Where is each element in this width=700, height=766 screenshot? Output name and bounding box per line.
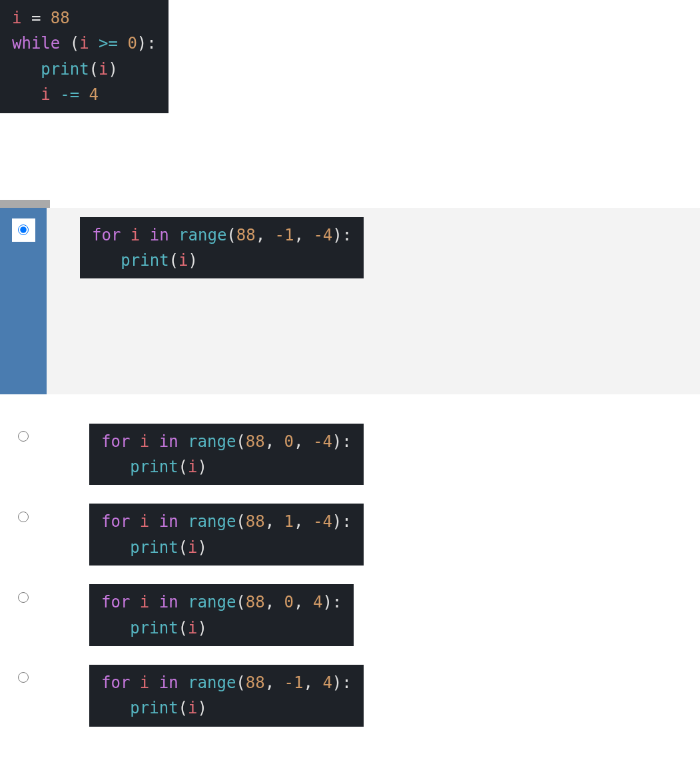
code-token: while — [12, 34, 60, 53]
code-token: -= — [51, 85, 89, 104]
code-token: 1 — [284, 512, 294, 531]
radio-cell — [0, 494, 47, 575]
code-token: ( — [236, 593, 245, 611]
code-token: in — [159, 432, 178, 451]
code-token: ( — [70, 34, 79, 53]
code-token: ) — [198, 458, 207, 476]
code-token: i — [79, 34, 89, 53]
option-code-block: for i in range(88, -1, -4): print(i) — [80, 217, 364, 279]
code-token: i — [41, 85, 50, 104]
code-token: 0 — [127, 34, 137, 53]
option-content: for i in range(88, 0, 4): print(i) — [80, 575, 700, 655]
question-code-block: i = 88 while (i >= 0): print(i) i -= 4 — [0, 0, 169, 113]
option-code-block: for i in range(88, 1, -4): print(i) — [89, 504, 364, 566]
code-token: ( — [178, 619, 188, 637]
code-token: 88 — [246, 512, 265, 531]
code-token: for — [101, 593, 130, 611]
radio-wrap — [12, 218, 35, 242]
code-token: 4 — [322, 673, 332, 692]
code-token — [12, 85, 41, 104]
code-token: , — [304, 673, 323, 692]
code-token: i — [188, 458, 197, 476]
code-token: ): — [332, 512, 352, 531]
code-token: , — [294, 512, 313, 531]
code-token: , — [294, 593, 313, 611]
code-token: 88 — [246, 593, 265, 611]
radio-wrap — [12, 425, 35, 448]
code-token: ) — [198, 699, 207, 717]
code-token: print — [130, 458, 178, 476]
radio-option-1[interactable] — [18, 224, 29, 235]
code-token: ) — [109, 60, 118, 79]
code-token: i — [99, 60, 108, 79]
radio-wrap — [12, 505, 35, 528]
code-token: , — [265, 432, 284, 451]
option-row-3: for i in range(88, 1, -4): print(i) — [0, 494, 700, 575]
code-token: , — [294, 432, 313, 451]
code-token: ): — [332, 226, 352, 244]
code-token: in — [159, 593, 178, 611]
code-token: range — [188, 593, 236, 611]
code-token: >= — [89, 34, 128, 53]
code-token: in — [159, 512, 178, 531]
code-token: i — [140, 432, 149, 451]
radio-wrap — [12, 585, 35, 609]
code-token: = — [21, 9, 50, 27]
option-row-4: for i in range(88, 0, 4): print(i) — [0, 575, 700, 655]
code-token: ( — [178, 458, 188, 476]
code-token: print — [130, 538, 178, 557]
code-token: 88 — [51, 9, 70, 27]
drag-handle[interactable] — [0, 200, 50, 208]
radio-cell — [0, 575, 47, 655]
code-token: print — [130, 619, 178, 637]
code-token: , — [265, 593, 284, 611]
code-token: i — [131, 226, 140, 244]
code-token: i — [188, 538, 197, 557]
code-token: ( — [178, 699, 188, 717]
code-token: for — [101, 432, 130, 451]
code-token: print — [130, 699, 178, 717]
code-token: ( — [178, 538, 188, 557]
code-token: ( — [236, 673, 245, 692]
code-token: 88 — [246, 673, 265, 692]
code-token: -1 — [275, 226, 294, 244]
selected-feedback-area — [47, 278, 700, 365]
code-token: i — [12, 9, 21, 27]
code-token: i — [188, 699, 197, 717]
radio-option-3[interactable] — [18, 512, 29, 522]
code-token: ( — [89, 60, 99, 79]
option-content: for i in range(88, -1, -4): print(i) — [47, 208, 700, 394]
code-token: , — [265, 673, 284, 692]
code-token: ): — [332, 432, 352, 451]
code-token: ): — [322, 593, 342, 611]
option-code-block: for i in range(88, 0, 4): print(i) — [89, 584, 354, 646]
code-token: range — [178, 226, 226, 244]
code-token: 4 — [89, 85, 99, 104]
code-token: i — [188, 619, 197, 637]
code-token — [60, 34, 69, 53]
code-token: , — [256, 226, 275, 244]
option-content: for i in range(88, 1, -4): print(i) — [80, 494, 700, 575]
options-container: for i in range(88, -1, -4): print(i) for… — [0, 208, 700, 736]
radio-option-5[interactable] — [18, 672, 29, 683]
code-token: -4 — [313, 432, 332, 451]
radio-cell — [0, 414, 47, 495]
option-content: for i in range(88, 0, -4): print(i) — [80, 414, 700, 495]
code-token: range — [188, 673, 236, 692]
option-content: for i in range(88, -1, 4): print(i) — [80, 655, 700, 736]
code-token: i — [140, 593, 149, 611]
code-token: 0 — [284, 432, 294, 451]
code-token: ) — [198, 538, 207, 557]
code-token: -1 — [284, 673, 304, 692]
code-token: range — [188, 512, 236, 531]
code-token: -4 — [313, 226, 332, 244]
option-row-2: for i in range(88, 0, -4): print(i) — [0, 414, 700, 495]
code-token: ( — [226, 226, 236, 244]
radio-option-2[interactable] — [18, 431, 29, 442]
code-token: ) — [198, 619, 207, 637]
code-token: 0 — [284, 593, 294, 611]
code-token: i — [140, 512, 149, 531]
code-token: 88 — [236, 226, 256, 244]
radio-wrap — [12, 666, 35, 689]
radio-option-4[interactable] — [18, 592, 29, 603]
